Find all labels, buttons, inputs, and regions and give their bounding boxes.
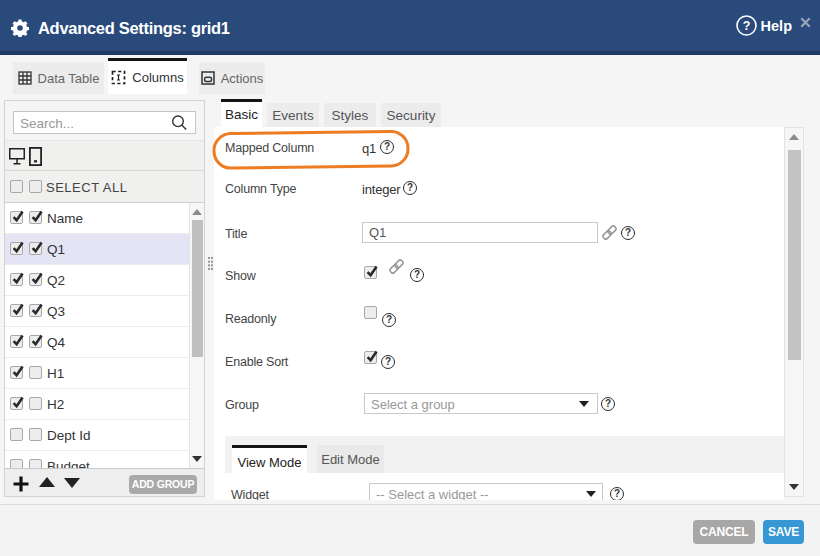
svg-text:?: ? bbox=[742, 19, 750, 33]
